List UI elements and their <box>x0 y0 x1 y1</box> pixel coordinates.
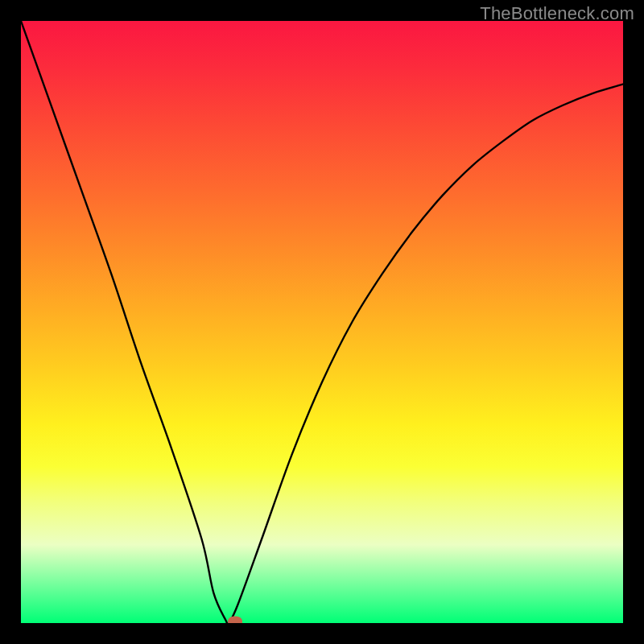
optimal-point-marker <box>228 616 242 623</box>
chart-curve-svg <box>21 21 623 623</box>
chart-plot-area <box>21 21 623 623</box>
bottleneck-curve <box>21 21 623 623</box>
